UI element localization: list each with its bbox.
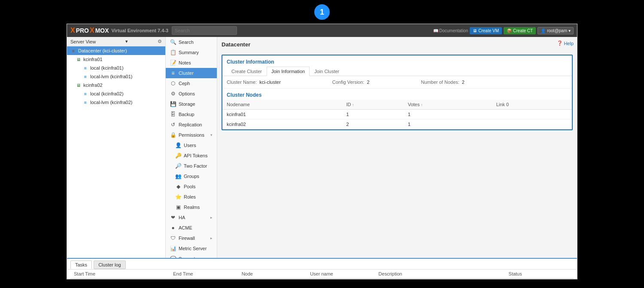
node-link0-cell bbox=[492, 110, 572, 119]
nav-item-ceph[interactable]: ⬡ Ceph bbox=[166, 78, 217, 89]
tab-join-cluster[interactable]: Join Cluster bbox=[310, 67, 344, 76]
nav-item-ha[interactable]: ❤ HA ▸ bbox=[166, 212, 217, 223]
node-votes-cell: 1 bbox=[404, 110, 492, 119]
nav-users-label: Users bbox=[184, 143, 196, 148]
nav-item-backup[interactable]: 🗄 Backup bbox=[166, 109, 217, 119]
col-description[interactable]: Description bbox=[375, 270, 505, 279]
nav-item-permissions[interactable]: 🔒 Permissions ▾ bbox=[166, 130, 217, 140]
nav-notes-label: Notes bbox=[179, 60, 191, 65]
nav-storage-label: Storage bbox=[179, 101, 195, 107]
search-input[interactable] bbox=[172, 26, 237, 35]
storage-nav-icon: 💾 bbox=[170, 101, 176, 107]
col-link0[interactable]: Link 0 bbox=[492, 100, 572, 110]
cluster-metadata: Cluster Name: kci-cluster Config Version… bbox=[222, 76, 572, 89]
col-user-name[interactable]: User name bbox=[307, 270, 375, 279]
cluster-info-title: Cluster Information bbox=[222, 55, 572, 67]
two-factor-icon: 🔎 bbox=[175, 163, 181, 169]
nav-item-pools[interactable]: ◆ Pools bbox=[166, 181, 217, 192]
tree-item-local-lvm-kcinfra02[interactable]: ≡ local-lvm (kcinfra02) bbox=[67, 98, 165, 107]
node-count-value: 2 bbox=[462, 80, 465, 85]
ct-icon: 📦 bbox=[507, 28, 512, 33]
nav-ha-label: HA bbox=[179, 215, 185, 220]
col-end-time[interactable]: End Time bbox=[170, 270, 238, 279]
chevron-down-icon[interactable]: ▾ bbox=[125, 39, 128, 44]
node-icon: 🖥 bbox=[76, 82, 82, 88]
doc-icon: 📖 bbox=[433, 28, 438, 33]
nav-item-realms[interactable]: ▣ Realms bbox=[166, 202, 217, 212]
tree-item-local-kcinfra01[interactable]: ≡ local (kcinfra01) bbox=[67, 64, 165, 72]
col-id[interactable]: ID bbox=[342, 100, 404, 110]
nav-backup-label: Backup bbox=[179, 112, 194, 117]
ha-icon: ❤ bbox=[170, 214, 176, 221]
server-view-label: Server View bbox=[70, 39, 96, 44]
groups-icon: 👥 bbox=[175, 173, 181, 179]
col-nodename[interactable]: Nodename bbox=[222, 100, 342, 110]
col-votes[interactable]: Votes bbox=[404, 100, 492, 110]
logo-version: Virtual Environment 7.4-3 bbox=[112, 28, 168, 33]
nav-permissions-label: Permissions bbox=[179, 132, 204, 138]
nav-item-firewall[interactable]: 🛡 Firewall ▸ bbox=[166, 233, 217, 243]
help-icon: ❓ bbox=[557, 40, 563, 46]
nav-item-roles[interactable]: ⭐ Roles bbox=[166, 192, 217, 202]
nav-roles-label: Roles bbox=[184, 194, 196, 199]
tab-cluster-log[interactable]: Cluster log bbox=[94, 260, 126, 269]
settings-icon[interactable]: ⚙ bbox=[158, 39, 162, 44]
tree-item-kcinfra02[interactable]: 🖥 kcinfra02 bbox=[67, 81, 165, 89]
cluster-name-item: Cluster Name: kci-cluster bbox=[227, 80, 281, 85]
col-start-time[interactable]: Start Time bbox=[70, 270, 170, 279]
create-vm-button[interactable]: 🖥 Create VM bbox=[470, 27, 502, 34]
page-title: Datacenter bbox=[222, 41, 250, 48]
node-name-cell: kcinfra02 bbox=[222, 119, 342, 129]
nav-item-storage[interactable]: 💾 Storage bbox=[166, 99, 217, 109]
documentation-button[interactable]: 📖 Documentation bbox=[433, 28, 468, 33]
tree-item-local-lvm-kcinfra01-label: local-lvm (kcinfra01) bbox=[90, 74, 132, 79]
chevron-right-icon: ▸ bbox=[210, 215, 213, 220]
logo-mox: MOX bbox=[95, 27, 109, 34]
cluster-name-label: Cluster Name: bbox=[227, 80, 257, 85]
col-node[interactable]: Node bbox=[238, 270, 307, 279]
server-view-bar: Server View ▾ ⚙ bbox=[67, 37, 165, 46]
summary-icon: 📋 bbox=[170, 49, 176, 55]
nav-item-cluster[interactable]: ≡ Cluster bbox=[166, 68, 217, 78]
nav-item-two-factor[interactable]: 🔎 Two Factor bbox=[166, 161, 217, 171]
nav-item-notes[interactable]: 📝 Notes bbox=[166, 58, 217, 68]
create-ct-button[interactable]: 📦 Create CT bbox=[504, 27, 536, 34]
node-icon: 🖥 bbox=[76, 56, 82, 62]
config-version-label: Config Version: bbox=[332, 80, 365, 85]
main-area: Server View ▾ ⚙ ≡ Datacenter (kci-cluste… bbox=[67, 37, 577, 258]
nav-item-options[interactable]: ⚙ Options bbox=[166, 89, 217, 99]
tree-item-local-lvm-kcinfra01[interactable]: ≡ local-lvm (kcinfra01) bbox=[67, 72, 165, 81]
tree-item-local-lvm-kcinfra02-label: local-lvm (kcinfra02) bbox=[90, 100, 132, 105]
nav-item-search[interactable]: 🔍 Search bbox=[166, 37, 217, 47]
nav-item-summary[interactable]: 📋 Summary bbox=[166, 47, 217, 58]
tab-create-cluster[interactable]: Create Cluster bbox=[227, 67, 267, 76]
roles-icon: ⭐ bbox=[175, 194, 181, 200]
nav-item-replication[interactable]: ↺ Replication bbox=[166, 119, 217, 130]
tab-tasks[interactable]: Tasks bbox=[70, 260, 92, 269]
middle-nav: 🔍 Search 📋 Summary 📝 Notes ≡ Cluster ⬡ bbox=[166, 37, 217, 258]
tree-item-kcinfra02-label: kcinfra02 bbox=[83, 83, 103, 88]
nav-item-metric-server[interactable]: 📊 Metric Server bbox=[166, 243, 217, 254]
help-button[interactable]: ❓ Help bbox=[557, 40, 574, 46]
tree-item-datacenter[interactable]: ≡ Datacenter (kci-cluster) bbox=[67, 46, 165, 55]
ceph-icon: ⬡ bbox=[170, 80, 176, 86]
pools-icon: ◆ bbox=[175, 184, 181, 190]
app-window: X PRO X MOX Virtual Environment 7.4-3 📖 … bbox=[67, 24, 577, 279]
nav-item-acme[interactable]: ● ACME bbox=[166, 223, 217, 233]
nav-item-support[interactable]: 💬 Support bbox=[166, 254, 217, 258]
permissions-icon: 🔒 bbox=[170, 132, 176, 138]
tree-item-local-kcinfra02[interactable]: ≡ local (kcinfra02) bbox=[67, 89, 165, 98]
tree-item-datacenter-label: Datacenter (kci-cluster) bbox=[78, 48, 127, 53]
nav-item-api-tokens[interactable]: 🔑 API Tokens bbox=[166, 150, 217, 161]
nav-item-users[interactable]: 👤 Users bbox=[166, 140, 217, 150]
logo-pro: PRO bbox=[76, 27, 89, 34]
user-menu-button[interactable]: 👤 root@pam ▾ bbox=[538, 27, 574, 34]
col-status[interactable]: Status bbox=[505, 270, 574, 279]
tab-join-information[interactable]: Join Information bbox=[267, 67, 310, 76]
search-icon: 🔍 bbox=[170, 39, 176, 45]
screen: 1 X PRO X MOX Virtual Environment 7.4-3 … bbox=[0, 0, 644, 288]
node-name-cell: kcinfra01 bbox=[222, 110, 342, 119]
tree-item-kcinfra01[interactable]: 🖥 kcinfra01 bbox=[67, 55, 165, 64]
nav-acme-label: ACME bbox=[179, 225, 192, 230]
nav-item-groups[interactable]: 👥 Groups bbox=[166, 171, 217, 181]
